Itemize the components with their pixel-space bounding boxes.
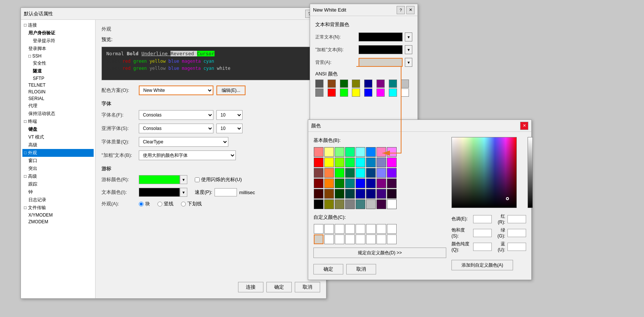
bc-42[interactable] <box>335 199 344 209</box>
bc-47[interactable] <box>387 199 397 209</box>
cc-1[interactable] <box>324 224 334 234</box>
bc-27[interactable] <box>345 178 355 188</box>
cc-6[interactable] <box>376 224 386 234</box>
tree-item-advanced[interactable]: 高级 <box>27 141 94 149</box>
cc-5[interactable] <box>366 224 376 234</box>
tree-item-sftp[interactable]: SFTP <box>31 75 94 82</box>
vertline-radio[interactable] <box>157 202 162 206</box>
bc-5[interactable] <box>366 147 376 157</box>
ansi-cell-2[interactable] <box>340 80 348 88</box>
bc-32[interactable] <box>314 189 323 199</box>
normal-text-dropdown[interactable]: ▼ <box>405 32 412 41</box>
bold-text-select[interactable]: 使用大胆的颜色和字体 <box>139 150 236 160</box>
bc-11[interactable] <box>345 158 355 167</box>
hue-input[interactable]: 160 <box>473 215 492 223</box>
bc-12[interactable] <box>356 158 365 167</box>
cc-4[interactable] <box>356 224 365 234</box>
bg-dropdown[interactable]: ▼ <box>405 58 412 67</box>
tree-item-rlogin[interactable]: RLOGIN <box>27 88 94 95</box>
bc-22[interactable] <box>376 168 386 178</box>
color-scheme-select[interactable]: New White <box>139 86 213 95</box>
ansi-cell-5[interactable] <box>376 80 385 88</box>
ansi-cell-1[interactable] <box>328 80 336 88</box>
cc-14[interactable] <box>376 234 386 244</box>
tree-item-proxy[interactable]: 代理 <box>27 102 94 110</box>
cc-2[interactable] <box>335 224 344 234</box>
bc-8[interactable] <box>314 158 323 167</box>
tree-item-serial[interactable]: SERIAL <box>27 95 94 102</box>
tree-item-filetransfer[interactable]: □ 文件传输 <box>22 204 94 212</box>
bc-0[interactable] <box>314 147 323 157</box>
bc-13[interactable] <box>366 158 376 167</box>
bc-38[interactable] <box>376 189 386 199</box>
bc-43[interactable] <box>345 199 355 209</box>
bc-3[interactable] <box>345 147 355 157</box>
cc-12[interactable] <box>356 234 365 244</box>
bold-text-dropdown[interactable]: ▼ <box>405 45 412 54</box>
cancel-btn[interactable]: 取消 <box>295 282 320 292</box>
bc-19[interactable] <box>345 168 355 178</box>
bc-40[interactable] <box>314 199 323 209</box>
tree-item-login-script[interactable]: 登录脚本 <box>27 45 94 53</box>
bc-17[interactable] <box>324 168 334 178</box>
bc-24[interactable] <box>314 178 323 188</box>
bc-37[interactable] <box>366 189 376 199</box>
bc-31[interactable] <box>387 178 397 188</box>
bc-28[interactable] <box>356 178 365 188</box>
bc-6[interactable] <box>376 147 386 157</box>
cc-13[interactable] <box>366 234 376 244</box>
sat-input[interactable]: 0 <box>473 229 492 237</box>
ansi-cell-6[interactable] <box>389 80 397 88</box>
blue-input[interactable]: 212 <box>507 243 526 251</box>
red-input[interactable]: 212 <box>507 215 526 223</box>
cc-10[interactable] <box>335 234 344 244</box>
bc-18[interactable] <box>335 168 344 178</box>
cc-11[interactable] <box>345 234 355 244</box>
tree-item-tunnel[interactable]: 隧道 <box>31 67 94 75</box>
ansi-cell-13[interactable] <box>376 88 385 97</box>
bc-33[interactable] <box>324 189 334 199</box>
tree-item-advanced-top[interactable]: □ 高级 <box>22 173 94 180</box>
ansi-cell-8[interactable] <box>315 88 323 97</box>
bc-14[interactable] <box>376 158 386 167</box>
define-custom-btn[interactable]: 规定自定义颜色(D) >> <box>313 248 446 258</box>
tree-item-window[interactable]: 窗口 <box>27 157 94 165</box>
cursor-color-dropdown[interactable]: ▼ <box>180 175 187 184</box>
bc-34[interactable] <box>335 189 344 199</box>
ansi-cell-3[interactable] <box>352 80 360 88</box>
color-cancel-btn[interactable]: 取消 <box>346 264 376 274</box>
font-size-select[interactable]: 10 <box>216 110 243 120</box>
cc-3[interactable] <box>345 224 355 234</box>
ok-btn[interactable]: 确定 <box>266 282 292 292</box>
ansi-cell-7[interactable] <box>401 80 409 88</box>
ansi-cell-12[interactable] <box>364 88 372 97</box>
bc-2[interactable] <box>335 147 344 157</box>
tree-item-terminal[interactable]: □ 终端 <box>22 118 94 125</box>
font-name-select[interactable]: Consolas <box>139 110 213 120</box>
edit-close-btn[interactable]: ✕ <box>406 6 415 14</box>
bc-45[interactable] <box>366 199 376 209</box>
ansi-cell-15[interactable] <box>401 88 409 97</box>
ansi-cell-10[interactable] <box>340 88 348 97</box>
bc-36[interactable] <box>356 189 365 199</box>
bc-30[interactable] <box>376 178 386 188</box>
tree-item-appearance[interactable]: □ 外观 <box>22 149 94 157</box>
bc-16[interactable] <box>314 168 323 178</box>
brightness-slider[interactable] <box>528 137 533 208</box>
bc-41[interactable] <box>324 199 334 209</box>
tree-item-highlight[interactable]: 突出 <box>27 165 94 173</box>
asian-font-select[interactable]: Consolas <box>139 124 213 133</box>
bc-15[interactable] <box>387 158 397 167</box>
bc-25[interactable] <box>324 178 334 188</box>
speed-input[interactable] <box>215 188 237 196</box>
bc-39[interactable] <box>387 189 397 199</box>
color-ok-btn[interactable]: 确定 <box>313 264 343 274</box>
cc-15[interactable] <box>387 234 397 244</box>
spectrum-box[interactable] <box>451 137 517 208</box>
ansi-cell-0[interactable] <box>315 80 323 88</box>
edit-scheme-btn[interactable]: 编辑(E)... <box>216 86 246 95</box>
tree-item-zmodem[interactable]: ZMODEM <box>27 218 94 225</box>
green-input[interactable]: 212 <box>507 229 526 237</box>
tree-item-keyboard[interactable]: 键盘 <box>27 125 94 133</box>
tree-item-logging[interactable]: 日志记录 <box>27 196 94 204</box>
